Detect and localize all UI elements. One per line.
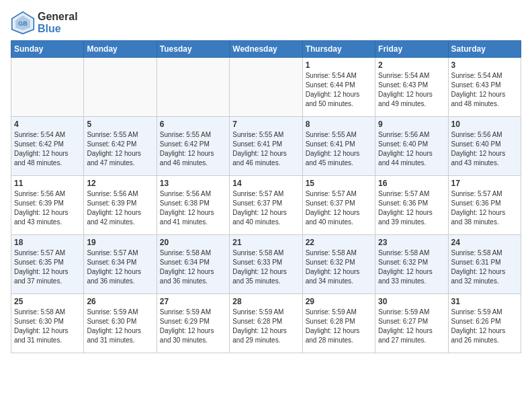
calendar-cell: 7Sunrise: 5:55 AM Sunset: 6:41 PM Daylig… [230,117,302,176]
calendar-cell: 24Sunrise: 5:58 AM Sunset: 6:31 PM Dayli… [448,235,521,294]
calendar-cell: 26Sunrise: 5:59 AM Sunset: 6:30 PM Dayli… [84,294,157,353]
col-header-thursday: Thursday [302,41,375,58]
col-header-tuesday: Tuesday [157,41,229,58]
calendar-cell [157,58,229,117]
day-info: Sunrise: 5:57 AM Sunset: 6:37 PM Dayligh… [232,189,299,227]
day-info: Sunrise: 5:59 AM Sunset: 6:28 PM Dayligh… [232,308,299,345]
day-info: Sunrise: 5:55 AM Sunset: 6:42 PM Dayligh… [87,130,153,168]
calendar-week-row: 1Sunrise: 5:54 AM Sunset: 6:44 PM Daylig… [11,58,521,117]
calendar-cell: 17Sunrise: 5:57 AM Sunset: 6:36 PM Dayli… [448,176,521,235]
calendar-week-row: 11Sunrise: 5:56 AM Sunset: 6:39 PM Dayli… [11,176,521,235]
col-header-friday: Friday [375,41,448,58]
calendar-cell [11,58,84,117]
calendar-cell: 8Sunrise: 5:55 AM Sunset: 6:41 PM Daylig… [302,117,375,176]
calendar-cell: 6Sunrise: 5:55 AM Sunset: 6:42 PM Daylig… [157,117,229,176]
logo-icon: GB [11,11,35,35]
calendar-cell: 4Sunrise: 5:54 AM Sunset: 6:42 PM Daylig… [11,117,84,176]
col-header-saturday: Saturday [448,41,521,58]
calendar-header-row: SundayMondayTuesdayWednesdayThursdayFrid… [11,41,521,58]
day-info: Sunrise: 5:56 AM Sunset: 6:40 PM Dayligh… [451,130,518,168]
day-number: 21 [232,238,299,247]
day-number: 19 [87,238,153,247]
calendar-cell: 9Sunrise: 5:56 AM Sunset: 6:40 PM Daylig… [375,117,448,176]
calendar-cell: 10Sunrise: 5:56 AM Sunset: 6:40 PM Dayli… [448,117,521,176]
day-number: 20 [160,238,226,247]
calendar-cell [84,58,157,117]
calendar-cell: 11Sunrise: 5:56 AM Sunset: 6:39 PM Dayli… [11,176,84,235]
day-number: 30 [378,297,445,306]
calendar-cell [230,58,302,117]
day-info: Sunrise: 5:55 AM Sunset: 6:42 PM Dayligh… [160,130,226,168]
calendar-cell: 21Sunrise: 5:58 AM Sunset: 6:33 PM Dayli… [230,235,302,294]
day-number: 13 [160,179,226,188]
calendar-cell: 31Sunrise: 5:59 AM Sunset: 6:26 PM Dayli… [448,294,521,353]
day-number: 9 [378,120,445,129]
calendar-cell: 25Sunrise: 5:58 AM Sunset: 6:30 PM Dayli… [11,294,84,353]
calendar-cell: 29Sunrise: 5:59 AM Sunset: 6:28 PM Dayli… [302,294,375,353]
day-number: 1 [306,60,372,70]
day-info: Sunrise: 5:59 AM Sunset: 6:27 PM Dayligh… [378,308,445,345]
calendar-cell: 27Sunrise: 5:59 AM Sunset: 6:29 PM Dayli… [157,294,229,353]
calendar-cell: 23Sunrise: 5:58 AM Sunset: 6:32 PM Dayli… [375,235,448,294]
calendar-cell: 5Sunrise: 5:55 AM Sunset: 6:42 PM Daylig… [84,117,157,176]
day-number: 27 [160,297,226,306]
day-info: Sunrise: 5:58 AM Sunset: 6:34 PM Dayligh… [160,248,226,286]
day-number: 8 [306,120,372,129]
day-info: Sunrise: 5:56 AM Sunset: 6:39 PM Dayligh… [87,189,153,227]
day-info: Sunrise: 5:58 AM Sunset: 6:32 PM Dayligh… [306,248,372,286]
day-number: 23 [378,238,445,247]
calendar-cell: 12Sunrise: 5:56 AM Sunset: 6:39 PM Dayli… [84,176,157,235]
day-number: 15 [306,179,372,188]
calendar-week-row: 18Sunrise: 5:57 AM Sunset: 6:35 PM Dayli… [11,235,521,294]
day-info: Sunrise: 5:58 AM Sunset: 6:33 PM Dayligh… [232,248,299,286]
day-info: Sunrise: 5:58 AM Sunset: 6:31 PM Dayligh… [451,248,518,286]
col-header-monday: Monday [84,41,157,58]
day-number: 11 [14,179,81,188]
calendar-week-row: 25Sunrise: 5:58 AM Sunset: 6:30 PM Dayli… [11,294,521,353]
day-info: Sunrise: 5:57 AM Sunset: 6:36 PM Dayligh… [451,189,518,227]
logo: GB General Blue [11,11,78,35]
col-header-sunday: Sunday [11,41,84,58]
day-number: 3 [451,60,518,70]
day-number: 18 [14,238,81,247]
day-number: 28 [232,297,299,306]
calendar-cell: 3Sunrise: 5:54 AM Sunset: 6:43 PM Daylig… [448,58,521,117]
day-number: 24 [451,238,518,247]
calendar-cell: 19Sunrise: 5:57 AM Sunset: 6:34 PM Dayli… [84,235,157,294]
day-info: Sunrise: 5:57 AM Sunset: 6:34 PM Dayligh… [87,248,153,286]
page-header: GB General Blue [11,11,521,35]
day-number: 16 [378,179,445,188]
day-info: Sunrise: 5:58 AM Sunset: 6:30 PM Dayligh… [14,308,81,345]
day-info: Sunrise: 5:57 AM Sunset: 6:35 PM Dayligh… [14,248,81,286]
day-info: Sunrise: 5:55 AM Sunset: 6:41 PM Dayligh… [232,130,299,168]
day-number: 14 [232,179,299,188]
day-info: Sunrise: 5:54 AM Sunset: 6:43 PM Dayligh… [378,71,445,109]
calendar-cell: 13Sunrise: 5:56 AM Sunset: 6:38 PM Dayli… [157,176,229,235]
day-info: Sunrise: 5:59 AM Sunset: 6:28 PM Dayligh… [306,308,372,345]
day-number: 5 [87,120,153,129]
day-info: Sunrise: 5:56 AM Sunset: 6:39 PM Dayligh… [14,189,81,227]
day-number: 6 [160,120,226,129]
calendar-cell: 14Sunrise: 5:57 AM Sunset: 6:37 PM Dayli… [230,176,302,235]
day-number: 2 [378,60,445,70]
day-number: 4 [14,120,81,129]
calendar-cell: 22Sunrise: 5:58 AM Sunset: 6:32 PM Dayli… [302,235,375,294]
logo-text: General Blue [38,11,78,35]
calendar-cell: 20Sunrise: 5:58 AM Sunset: 6:34 PM Dayli… [157,235,229,294]
day-number: 25 [14,297,81,306]
col-header-wednesday: Wednesday [230,41,302,58]
calendar-table: SundayMondayTuesdayWednesdayThursdayFrid… [11,40,521,353]
day-info: Sunrise: 5:54 AM Sunset: 6:43 PM Dayligh… [451,71,518,109]
day-info: Sunrise: 5:54 AM Sunset: 6:44 PM Dayligh… [306,71,372,109]
calendar-cell: 2Sunrise: 5:54 AM Sunset: 6:43 PM Daylig… [375,58,448,117]
day-info: Sunrise: 5:57 AM Sunset: 6:37 PM Dayligh… [306,189,372,227]
day-info: Sunrise: 5:56 AM Sunset: 6:38 PM Dayligh… [160,189,226,227]
day-number: 26 [87,297,153,306]
day-number: 22 [306,238,372,247]
day-info: Sunrise: 5:57 AM Sunset: 6:36 PM Dayligh… [378,189,445,227]
calendar-cell: 18Sunrise: 5:57 AM Sunset: 6:35 PM Dayli… [11,235,84,294]
day-info: Sunrise: 5:58 AM Sunset: 6:32 PM Dayligh… [378,248,445,286]
day-info: Sunrise: 5:59 AM Sunset: 6:29 PM Dayligh… [160,308,226,345]
day-info: Sunrise: 5:54 AM Sunset: 6:42 PM Dayligh… [14,130,81,168]
day-number: 31 [451,297,518,306]
